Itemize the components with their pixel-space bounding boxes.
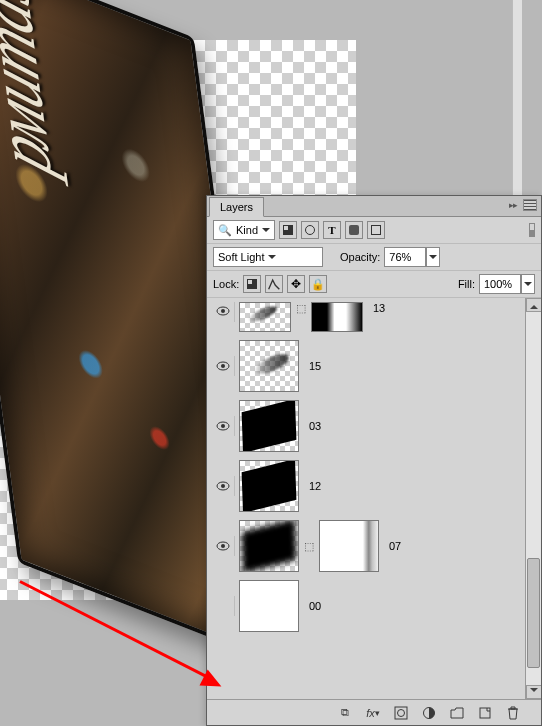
filter-kind-select[interactable]: 🔍Kind (213, 220, 275, 240)
opacity-input[interactable]: 76% (384, 247, 426, 267)
filter-toggle-switch[interactable] (529, 223, 535, 237)
fill-value: 100% (484, 278, 512, 290)
collapse-icon[interactable]: ▸▸ (509, 200, 517, 210)
layer-row[interactable]: ⬚ 07 (207, 516, 541, 576)
fill-dropdown-icon[interactable] (521, 274, 535, 294)
visibility-toggle[interactable] (211, 302, 235, 322)
scroll-down-icon[interactable] (526, 685, 541, 699)
layer-name[interactable]: 12 (309, 480, 321, 492)
blend-mode-value: Soft Light (218, 251, 264, 263)
layer-name[interactable]: 13 (373, 302, 385, 314)
svg-point-3 (221, 364, 225, 368)
new-group-icon[interactable] (447, 703, 467, 723)
panel-tab-bar: Layers ▸▸ (207, 196, 541, 217)
layer-thumb[interactable] (239, 460, 299, 512)
panel-footer: ⧉ fx▾ (207, 699, 541, 725)
lock-transparent-icon[interactable] (243, 275, 261, 293)
svg-point-11 (221, 604, 225, 608)
layer-thumb[interactable] (239, 302, 291, 332)
layer-name[interactable]: 07 (389, 540, 401, 552)
visibility-toggle[interactable] (211, 356, 235, 376)
visibility-toggle[interactable] (211, 536, 235, 556)
fill-input[interactable]: 100% (479, 274, 521, 294)
layer-row[interactable]: 00 (207, 576, 541, 636)
delete-layer-icon[interactable] (503, 703, 523, 723)
svg-rect-15 (480, 708, 490, 718)
opacity-label: Opacity: (340, 251, 380, 263)
panel-menu-icon[interactable] (523, 199, 537, 211)
layer-thumb[interactable] (239, 520, 299, 572)
opacity-dropdown-icon[interactable] (426, 247, 440, 267)
layer-row[interactable]: 15 (207, 336, 541, 396)
blend-mode-select[interactable]: Soft Light (213, 247, 323, 267)
visibility-toggle[interactable] (211, 416, 235, 436)
filter-kind-label: Kind (236, 224, 258, 236)
layer-name[interactable]: 00 (309, 600, 321, 612)
new-adjustment-icon[interactable] (419, 703, 439, 723)
add-mask-icon[interactable] (391, 703, 411, 723)
layer-thumb[interactable] (239, 340, 299, 392)
svg-point-1 (221, 309, 225, 313)
filter-adjustment-icon[interactable] (301, 221, 319, 239)
layer-thumb[interactable] (239, 580, 299, 632)
filter-pixel-icon[interactable] (279, 221, 297, 239)
opacity-value: 76% (389, 251, 411, 263)
new-layer-icon[interactable] (475, 703, 495, 723)
svg-point-7 (221, 484, 225, 488)
layer-name[interactable]: 03 (309, 420, 321, 432)
svg-point-13 (398, 709, 405, 716)
tab-layers[interactable]: Layers (209, 197, 264, 217)
layer-thumb[interactable] (239, 400, 299, 452)
lock-row: Lock: ✥ 🔒 Fill: 100% (207, 271, 541, 298)
layers-panel: Layers ▸▸ 🔍Kind T Soft Light Opacity: 76… (206, 195, 542, 726)
lock-position-icon[interactable]: ✥ (287, 275, 305, 293)
lock-label: Lock: (213, 278, 239, 290)
fill-label: Fill: (458, 278, 475, 290)
layer-list: ⬚ 13 15 03 12 ⬚ 07 (207, 298, 541, 699)
link-icon[interactable]: ⬚ (295, 302, 307, 315)
scroll-up-icon[interactable] (526, 298, 541, 312)
svg-rect-12 (395, 707, 407, 719)
layer-mask[interactable] (311, 302, 363, 332)
layer-row[interactable]: 12 (207, 456, 541, 516)
blend-row: Soft Light Opacity: 76% (207, 244, 541, 271)
lock-all-icon[interactable]: 🔒 (309, 275, 327, 293)
link-layers-icon[interactable]: ⧉ (335, 703, 355, 723)
filter-type-icon[interactable]: T (323, 221, 341, 239)
scroll-thumb[interactable] (527, 558, 540, 668)
layer-row[interactable]: ⬚ 13 (207, 298, 541, 336)
layer-name[interactable]: 15 (309, 360, 321, 372)
lock-image-icon[interactable] (265, 275, 283, 293)
layer-fx-icon[interactable]: fx▾ (363, 703, 383, 723)
svg-point-9 (221, 544, 225, 548)
layer-mask[interactable] (319, 520, 379, 572)
svg-point-5 (221, 424, 225, 428)
visibility-toggle[interactable] (211, 476, 235, 496)
filter-row: 🔍Kind T (207, 217, 541, 244)
link-icon[interactable]: ⬚ (303, 540, 315, 553)
filter-smartobject-icon[interactable] (367, 221, 385, 239)
scrollbar[interactable] (525, 298, 541, 699)
layer-row[interactable]: 03 (207, 396, 541, 456)
filter-shape-icon[interactable] (345, 221, 363, 239)
visibility-toggle[interactable] (211, 596, 235, 616)
